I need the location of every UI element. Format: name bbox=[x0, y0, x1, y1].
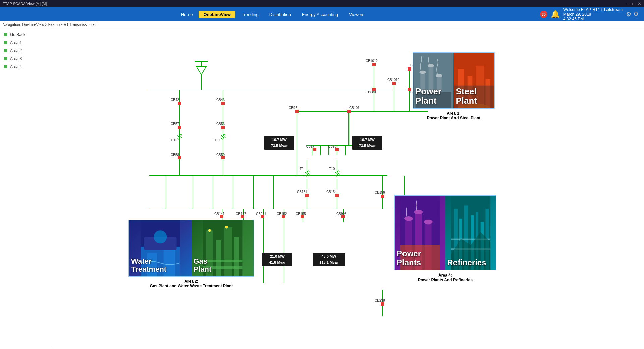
sidebar-item-area2[interactable]: Area 2 bbox=[0, 47, 52, 55]
one-line-diagram: CB1012 CB262 CB1010 CB880 CB263 CB95 CB1… bbox=[52, 28, 644, 349]
svg-text:CB59: CB59 bbox=[216, 153, 225, 157]
titlebar: ETAP SCADA View [M] [M] ─ □ ✕ bbox=[0, 0, 644, 7]
settings-icons[interactable]: ⚙ ⚙ bbox=[626, 11, 639, 18]
svg-text:CB155: CB155 bbox=[296, 212, 306, 216]
nav-viewers[interactable]: Viewers bbox=[344, 11, 369, 18]
svg-rect-84 bbox=[381, 195, 384, 198]
breadcrumb: Navigation: OneLineView > Example-RT-Tra… bbox=[0, 21, 644, 28]
databox-1: 16.7 MW 73.5 Mvar bbox=[264, 136, 294, 150]
databox-3: 21.0 MW 41.8 Mvar bbox=[262, 253, 292, 266]
svg-point-139 bbox=[154, 230, 167, 243]
svg-text:T9: T9 bbox=[300, 167, 304, 171]
area1-image[interactable]: PowerPlant SteelPlant bbox=[413, 52, 495, 109]
svg-text:CB97: CB97 bbox=[306, 145, 314, 148]
sidebar-item-area1[interactable]: Area 1 bbox=[0, 39, 52, 47]
svg-point-125 bbox=[419, 71, 426, 74]
svg-rect-82 bbox=[305, 194, 309, 197]
svg-rect-69 bbox=[392, 82, 396, 85]
svg-rect-73 bbox=[347, 110, 351, 113]
sidebar-dot-area4 bbox=[4, 65, 7, 68]
area2-gas-img: GasPlant bbox=[192, 220, 254, 276]
databox-2: 16.7 MW 73.5 Mvar bbox=[352, 136, 382, 150]
svg-text:CB261: CB261 bbox=[256, 212, 266, 216]
area4-image[interactable]: PowerPlants bbox=[394, 195, 496, 270]
sidebar-dot-goback bbox=[4, 33, 7, 36]
svg-text:CB56: CB56 bbox=[216, 122, 225, 126]
area4-refinery-img: Refineries bbox=[445, 196, 496, 270]
svg-rect-83 bbox=[335, 194, 339, 197]
user-info: Welcome ETAP-RT1-LT\etstream March 29, 2… bbox=[563, 7, 623, 21]
minimize-button[interactable]: ─ bbox=[627, 1, 630, 6]
svg-rect-68 bbox=[408, 67, 411, 71]
svg-rect-67 bbox=[372, 63, 376, 66]
svg-rect-77 bbox=[221, 126, 225, 129]
svg-text:T20: T20 bbox=[170, 138, 176, 142]
main-layout: Go Back Area 1 Area 2 Area 3 Area 4 bbox=[0, 28, 644, 349]
close-button[interactable]: ✕ bbox=[638, 1, 641, 6]
area2-caption[interactable]: Area 2: Gas Plant and Water Waste Treatm… bbox=[128, 279, 254, 288]
svg-rect-74 bbox=[178, 102, 181, 105]
sidebar-item-goback[interactable]: Go Back bbox=[0, 31, 52, 39]
svg-point-155 bbox=[404, 216, 413, 221]
sidebar-dot-area2 bbox=[4, 49, 7, 52]
config-icon[interactable]: ⚙ bbox=[633, 11, 639, 18]
area4-caption[interactable]: Area 4: Power Plants And Refineries bbox=[394, 273, 496, 282]
nav-home[interactable]: Home bbox=[176, 11, 198, 18]
sidebar-item-area4[interactable]: Area 4 bbox=[0, 63, 52, 71]
nav-links: Home OneLineView Trending Distribution E… bbox=[5, 11, 540, 18]
svg-point-156 bbox=[414, 210, 423, 214]
sidebar-dot-area3 bbox=[4, 57, 7, 60]
gear-icon[interactable]: ⚙ bbox=[626, 11, 631, 18]
area2-image[interactable]: WaterTreatment bbox=[128, 220, 254, 277]
svg-text:CB151: CB151 bbox=[297, 190, 307, 194]
svg-text:CB156: CB156 bbox=[375, 191, 385, 194]
area4-power-img: PowerPlants bbox=[395, 196, 445, 270]
diagram-canvas: CB1012 CB262 CB1010 CB880 CB263 CB95 CB1… bbox=[52, 28, 644, 349]
nav-right: 30 🔔 Welcome ETAP-RT1-LT\etstream March … bbox=[540, 7, 639, 21]
app-title: ETAP SCADA View [M] [M] bbox=[3, 2, 47, 6]
svg-text:CB238: CB238 bbox=[375, 299, 385, 302]
svg-text:CB154: CB154 bbox=[326, 190, 337, 194]
sidebar: Go Back Area 1 Area 2 Area 3 Area 4 bbox=[0, 28, 52, 349]
svg-point-149 bbox=[208, 229, 211, 232]
svg-rect-80 bbox=[313, 148, 316, 151]
svg-point-157 bbox=[424, 220, 433, 225]
svg-text:CB141: CB141 bbox=[214, 212, 225, 216]
svg-text:CB57: CB57 bbox=[171, 122, 179, 126]
svg-text:T10: T10 bbox=[329, 167, 335, 171]
svg-text:CB152: CB152 bbox=[277, 212, 287, 216]
svg-rect-75 bbox=[221, 102, 225, 105]
svg-text:CB1012: CB1012 bbox=[366, 59, 378, 63]
svg-rect-91 bbox=[381, 302, 384, 306]
nav-onelineview[interactable]: OneLineView bbox=[199, 11, 235, 18]
svg-marker-2 bbox=[196, 66, 206, 75]
svg-text:CB998: CB998 bbox=[336, 212, 347, 216]
window-controls[interactable]: ─ □ ✕ bbox=[627, 1, 641, 6]
area2-water-img: WaterTreatment bbox=[129, 220, 192, 276]
databox-4: 48.0 MW 115.1 Mvar bbox=[313, 253, 345, 266]
svg-rect-72 bbox=[295, 110, 299, 113]
area1-power-plant-img: PowerPlant bbox=[413, 53, 454, 108]
area1-caption[interactable]: Area 1: Power Plant And Steel Plant bbox=[413, 111, 495, 120]
notification-badge[interactable]: 30 bbox=[540, 11, 547, 18]
svg-rect-81 bbox=[335, 148, 339, 151]
svg-text:CB98: CB98 bbox=[328, 145, 336, 148]
sidebar-dot-area1 bbox=[4, 41, 7, 44]
svg-rect-144 bbox=[216, 240, 221, 276]
svg-text:CB880: CB880 bbox=[366, 90, 376, 94]
navbar: Home OneLineView Trending Distribution E… bbox=[0, 7, 644, 21]
svg-text:CB1010: CB1010 bbox=[387, 78, 400, 82]
maximize-button[interactable]: □ bbox=[632, 1, 635, 6]
svg-text:CB42: CB42 bbox=[171, 98, 179, 102]
bell-icon[interactable]: 🔔 bbox=[551, 10, 560, 19]
svg-point-126 bbox=[428, 64, 434, 67]
svg-text:CB95: CB95 bbox=[289, 106, 297, 110]
svg-rect-76 bbox=[178, 126, 181, 129]
nav-trending[interactable]: Trending bbox=[237, 11, 263, 18]
nav-energy-accounting[interactable]: Energy Accounting bbox=[297, 11, 343, 18]
nav-distribution[interactable]: Distribution bbox=[265, 11, 296, 18]
area1-steel-plant-img: SteelPlant bbox=[454, 53, 494, 108]
svg-text:T21: T21 bbox=[214, 138, 220, 142]
sidebar-item-area3[interactable]: Area 3 bbox=[0, 55, 52, 63]
svg-text:CB157: CB157 bbox=[236, 212, 246, 216]
